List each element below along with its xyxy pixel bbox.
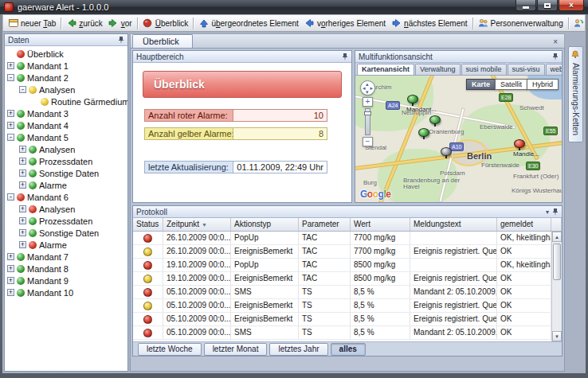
- tree-item-mandant-3[interactable]: +Mandant 3: [5, 107, 127, 119]
- tree-item-analysen[interactable]: +Analysen: [5, 203, 127, 215]
- map-marker-red[interactable]: Mandle...: [513, 139, 526, 158]
- scroll-up-icon[interactable]: ▲: [552, 232, 562, 242]
- tree-item-mandant-5[interactable]: -Mandant 5: [5, 131, 127, 143]
- scrollbar-track[interactable]: [552, 242, 562, 331]
- tree-item-analysen[interactable]: -Analysen: [5, 84, 127, 95]
- column-header-gemeldet[interactable]: gemeldet: [497, 218, 551, 231]
- column-header-parameter[interactable]: Parameter: [299, 218, 351, 231]
- tab-close-icon[interactable]: ×: [551, 37, 560, 46]
- tree-item-sonstige-daten[interactable]: +Sonstige Daten: [5, 227, 127, 239]
- expand-icon[interactable]: +: [7, 62, 14, 69]
- tree-item-mandant-10[interactable]: +Mandant 10: [5, 286, 127, 298]
- tab-susi-visu[interactable]: susi-visu: [508, 64, 545, 75]
- toolbar-button-nächstes-element[interactable]: nächstes Element: [389, 17, 470, 29]
- tree-item-mandant-2[interactable]: -Mandant 2: [5, 72, 127, 84]
- expand-icon[interactable]: +: [19, 229, 26, 236]
- pan-left-icon[interactable]: ◂: [363, 85, 366, 91]
- close-button[interactable]: ×: [559, 0, 584, 11]
- toolbar-button-vor[interactable]: vor: [106, 17, 135, 29]
- tab-kartenansicht[interactable]: Kartenansicht: [357, 64, 414, 75]
- protokoll-row[interactable]: 05.10.2009 00:0...EreignisBemerktTS8,5 %…: [133, 299, 551, 313]
- expand-icon[interactable]: +: [7, 253, 14, 260]
- toolbar-button-übergeordnetes-element[interactable]: übergeordnetes Element: [196, 17, 301, 29]
- map-pan-pad[interactable]: ▴ ◂ ▸ ▾: [360, 80, 375, 95]
- map-marker-green[interactable]: [429, 115, 441, 127]
- tree-item-überblick[interactable]: Überblick: [5, 48, 127, 60]
- map-zoom-out-button[interactable]: −: [363, 137, 373, 146]
- expand-icon[interactable]: +: [19, 146, 26, 153]
- map-zoom-in-button[interactable]: +: [363, 97, 373, 107]
- expand-icon[interactable]: +: [7, 122, 14, 129]
- column-header-zeitpunkt[interactable]: Zeitpunkt ▼: [163, 218, 231, 231]
- pan-down-icon[interactable]: ▾: [366, 89, 369, 95]
- tree-item-alarme[interactable]: +Alarme: [5, 239, 127, 251]
- protokoll-row[interactable]: 05.10.2009 00:0...SMSTS8,5 %Mandant 2: 0…: [133, 286, 551, 299]
- map-marker-gray[interactable]: [440, 147, 453, 158]
- protokoll-row[interactable]: 26.10.2009 00:0...EreignisBemerktTAC7700…: [133, 245, 551, 259]
- collapse-icon[interactable]: -: [7, 134, 14, 141]
- pan-right-icon[interactable]: ▸: [370, 85, 373, 91]
- pin-icon[interactable]: [552, 208, 559, 216]
- tab-webcam-vpn[interactable]: webcam-vpn-: [546, 64, 562, 75]
- column-header-status[interactable]: Status: [133, 218, 163, 231]
- tree-item-analysen[interactable]: +Analysen: [5, 143, 127, 155]
- tab-alarmierungs-ketten[interactable]: Alarmierungs-Ketten: [568, 46, 583, 142]
- protokoll-scrollbar[interactable]: ▲ ▼: [551, 232, 562, 341]
- tab-ueberblick[interactable]: Überblick: [132, 34, 193, 48]
- tree-item-mandant-4[interactable]: +Mandant 4: [5, 119, 127, 131]
- column-header-meldungstext[interactable]: Meldungstext: [410, 218, 497, 231]
- tab-susi-mobile[interactable]: susi mobile: [461, 64, 507, 75]
- filter-button-letztes-jahr[interactable]: letztes Jahr: [269, 343, 327, 356]
- protokoll-row[interactable]: 19.10.2009 00:0...EreignisBemerktTAC8500…: [133, 272, 551, 286]
- toolbar-button-benutzer-wechseln[interactable]: Benutzer wechseln: [571, 17, 586, 29]
- protokoll-row[interactable]: 05.10.2009 00:0...EreignisBemerktTS8,5 %…: [133, 313, 551, 326]
- pin-icon[interactable]: [118, 37, 124, 44]
- map-type-button-hybrid[interactable]: Hybrid: [527, 79, 559, 90]
- expand-icon[interactable]: +: [19, 158, 26, 165]
- toolbar-button-zurück[interactable]: zurück: [64, 17, 104, 29]
- column-header-aktionstyp[interactable]: Aktionstyp: [231, 218, 299, 231]
- expand-icon[interactable]: +: [19, 205, 26, 212]
- map-type-button-satellit[interactable]: Satellit: [495, 79, 527, 90]
- tree-item-alarme[interactable]: +Alarme: [5, 179, 127, 191]
- scroll-down-icon[interactable]: ▼: [552, 331, 562, 341]
- protokoll-row[interactable]: 05.10.2009 00:0...SMSTS8,5 %Mandant 2: 0…: [133, 326, 551, 340]
- toolbar-button-personenverwaltung[interactable]: Personenverwaltung: [476, 17, 566, 29]
- collapse-icon[interactable]: -: [7, 193, 14, 201]
- toolbar-button-vorheriges-element[interactable]: vorheriges Element: [302, 17, 388, 29]
- map-marker-green[interactable]: Mandant...: [406, 95, 419, 113]
- tree-item-mandant-8[interactable]: +Mandant 8: [5, 263, 127, 275]
- tree-item-mandant-7[interactable]: +Mandant 7: [5, 251, 127, 263]
- map-zoom-slider[interactable]: [365, 108, 370, 135]
- expand-icon[interactable]: +: [19, 241, 26, 248]
- map-zoom-thumb[interactable]: [364, 111, 371, 115]
- maximize-button[interactable]: [537, 0, 558, 11]
- pin-icon[interactable]: [552, 53, 559, 60]
- tree-item-routine-gärmedium[interactable]: Routine Gärmedium: [5, 95, 127, 107]
- collapse-icon[interactable]: -: [7, 74, 14, 81]
- expand-icon[interactable]: +: [7, 110, 14, 117]
- chevron-down-icon[interactable]: ▾: [546, 208, 549, 216]
- expand-icon[interactable]: +: [7, 265, 14, 272]
- protokoll-row[interactable]: 26.10.2009 00:0...PopUpTAC7700 mg/kgOK, …: [133, 232, 551, 245]
- expand-icon[interactable]: +: [7, 289, 14, 296]
- toolbar-button-überblick[interactable]: Überblick: [140, 17, 191, 29]
- scrollbar-thumb[interactable]: [553, 244, 561, 280]
- pan-up-icon[interactable]: ▴: [366, 81, 369, 87]
- collapse-icon[interactable]: -: [19, 86, 26, 93]
- protokoll-row[interactable]: 19.10.2009 00:0...PopUpTAC8500 mg/kgOK, …: [133, 259, 551, 272]
- expand-icon[interactable]: +: [19, 170, 26, 177]
- map-canvas[interactable]: KarteSatellitHybrid ▴ ◂ ▸ ▾ +: [355, 76, 562, 202]
- filter-button-letzte-woche[interactable]: letzte Woche: [138, 343, 202, 356]
- map-pan-zoom-control[interactable]: ▴ ◂ ▸ ▾ + −: [360, 80, 375, 146]
- tree-item-mandant-6[interactable]: -Mandant 6: [5, 191, 127, 203]
- tree-item-prozessdaten[interactable]: +Prozessdaten: [5, 215, 127, 227]
- expand-icon[interactable]: +: [19, 217, 26, 224]
- map-marker-green[interactable]: [417, 128, 430, 139]
- minimize-button[interactable]: [515, 0, 536, 11]
- pin-icon[interactable]: [342, 53, 348, 60]
- tree-item-sonstige-daten[interactable]: +Sonstige Daten: [5, 167, 127, 179]
- tree-item-mandant-1[interactable]: +Mandant 1: [5, 60, 127, 72]
- column-header-wert[interactable]: Wert: [351, 218, 410, 231]
- filter-button-letzter-monat[interactable]: letzter Monat: [204, 343, 268, 356]
